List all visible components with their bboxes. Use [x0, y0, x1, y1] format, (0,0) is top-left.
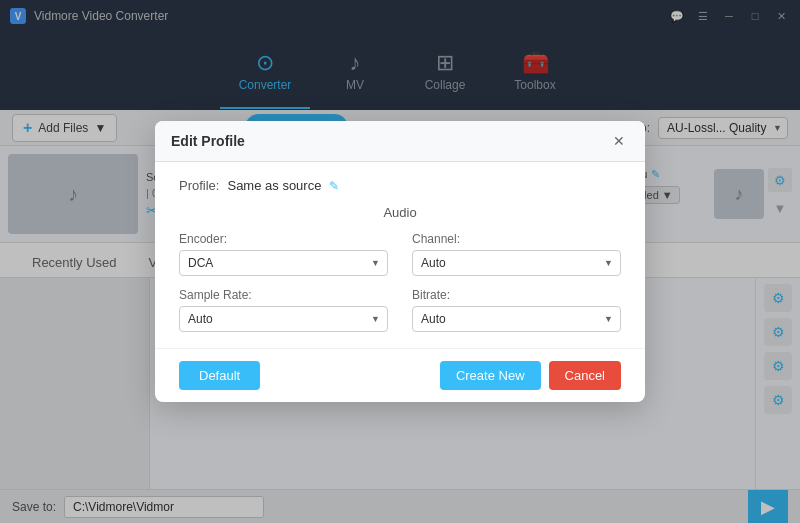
modal-footer-right: Create New Cancel: [440, 361, 621, 390]
encoder-label: Encoder:: [179, 232, 388, 246]
profile-label: Profile:: [179, 178, 219, 193]
profile-row: Profile: Same as source ✎: [179, 178, 621, 193]
default-button[interactable]: Default: [179, 361, 260, 390]
channel-select[interactable]: Auto: [412, 250, 621, 276]
bitrate-select[interactable]: Auto: [412, 306, 621, 332]
encoder-select-wrapper: DCA: [179, 250, 388, 276]
modal-overlay: Edit Profile ✕ Profile: Same as source ✎…: [0, 0, 800, 523]
bitrate-label: Bitrate:: [412, 288, 621, 302]
sample-rate-label: Sample Rate:: [179, 288, 388, 302]
sample-rate-select-wrapper: Auto: [179, 306, 388, 332]
create-new-button[interactable]: Create New: [440, 361, 541, 390]
channel-row: Channel: Auto: [412, 232, 621, 276]
bitrate-row: Bitrate: Auto: [412, 288, 621, 332]
profile-value: Same as source: [227, 178, 321, 193]
channel-label: Channel:: [412, 232, 621, 246]
sample-rate-select[interactable]: Auto: [179, 306, 388, 332]
cancel-button[interactable]: Cancel: [549, 361, 621, 390]
modal-title: Edit Profile: [171, 133, 245, 149]
channel-select-wrapper: Auto: [412, 250, 621, 276]
bitrate-select-wrapper: Auto: [412, 306, 621, 332]
form-grid: Encoder: DCA Channel: Auto: [179, 232, 621, 332]
modal-close-btn[interactable]: ✕: [609, 131, 629, 151]
modal-footer: Default Create New Cancel: [155, 348, 645, 402]
audio-section-label: Audio: [179, 205, 621, 220]
sample-rate-row: Sample Rate: Auto: [179, 288, 388, 332]
profile-edit-icon[interactable]: ✎: [329, 179, 339, 193]
encoder-select[interactable]: DCA: [179, 250, 388, 276]
edit-profile-modal: Edit Profile ✕ Profile: Same as source ✎…: [155, 121, 645, 402]
modal-header: Edit Profile ✕: [155, 121, 645, 162]
modal-body: Profile: Same as source ✎ Audio Encoder:…: [155, 162, 645, 348]
encoder-row: Encoder: DCA: [179, 232, 388, 276]
